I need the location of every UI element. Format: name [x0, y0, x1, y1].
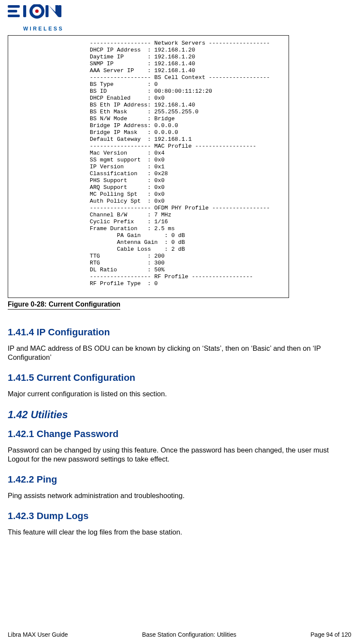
brand-subtitle: WIRELESS — [23, 26, 351, 32]
paragraph: IP and MAC address of BS ODU can be know… — [8, 344, 351, 362]
svg-rect-2 — [8, 15, 20, 17]
footer-left: Libra MAX User Guide — [8, 631, 68, 638]
paragraph: Major current configuration is listed on… — [8, 389, 351, 398]
heading-ip-configuration: 1.41.4 IP Configuration — [8, 327, 351, 338]
svg-marker-6 — [49, 5, 58, 17]
heading-ping: 1.42.2 Ping — [8, 474, 351, 485]
terminal-screenshot: ------------------ Network Servers -----… — [8, 35, 289, 298]
footer-right: Page 94 of 120 — [310, 631, 351, 638]
svg-rect-3 — [23, 5, 26, 17]
svg-point-8 — [35, 9, 39, 13]
paragraph: Ping assists network administration and … — [8, 491, 351, 500]
svg-rect-5 — [46, 5, 49, 17]
figure-caption: Figure 0-28: Current Configuration — [8, 301, 120, 310]
paragraph: This feature will clear the log files fr… — [8, 528, 351, 537]
page-footer: Libra MAX User Guide Base Station Config… — [8, 631, 351, 638]
svg-rect-0 — [8, 5, 20, 8]
brand-logo — [8, 4, 351, 25]
terminal-text: ------------------ Network Servers -----… — [8, 36, 289, 287]
paragraph: Password can be changed by using this fe… — [8, 446, 351, 464]
heading-current-configuration: 1.41.5 Current Configuration — [8, 372, 351, 383]
footer-center: Base Station Configuration: Utilities — [142, 631, 236, 638]
heading-utilities: 1.42 Utilities — [8, 409, 351, 421]
heading-dump-logs: 1.42.3 Dump Logs — [8, 510, 351, 522]
heading-change-password: 1.42.1 Change Password — [8, 428, 351, 440]
svg-rect-7 — [58, 5, 61, 17]
logo-graphic — [8, 4, 64, 25]
svg-rect-1 — [8, 10, 17, 12]
